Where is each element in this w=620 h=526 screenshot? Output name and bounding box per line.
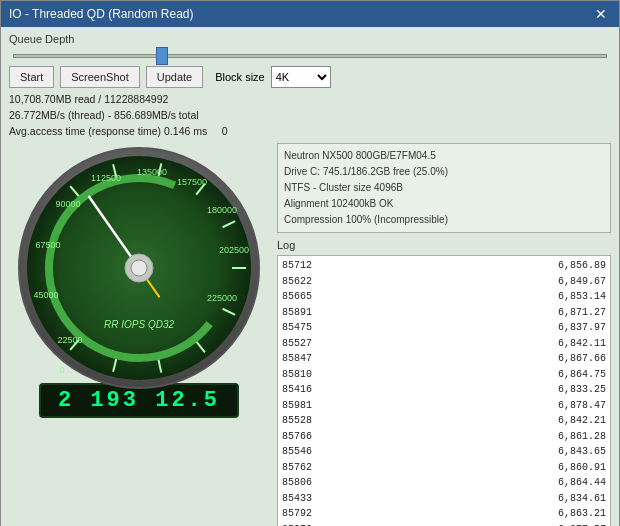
log-row: 857926,863.21	[282, 506, 606, 522]
log-val: 6,860.91	[556, 460, 606, 476]
log-row: 859816,878.47	[282, 398, 606, 414]
log-num: 85762	[282, 460, 322, 476]
gauge-area: 22500 45000 67500 90000 112500 135000 15…	[9, 143, 269, 526]
log-num: 85891	[282, 305, 322, 321]
log-val: 6,849.67	[556, 274, 606, 290]
svg-text:90000: 90000	[55, 199, 80, 209]
log-box[interactable]: 857126,856.89856226,849.67856656,853.148…	[277, 255, 611, 526]
gauge-wrapper: 22500 45000 67500 90000 112500 135000 15…	[14, 143, 264, 393]
log-val: 6,837.97	[556, 320, 606, 336]
content-area: Queue Depth Start ScreenShot Update Bloc…	[1, 27, 619, 526]
block-size-label: Block size	[215, 71, 265, 83]
log-val: 6,877.57	[556, 522, 606, 526]
log-num: 85810	[282, 367, 322, 383]
device-drive: Drive C: 745.1/186.2GB free (25.0%)	[284, 164, 604, 180]
queue-depth-slider[interactable]	[13, 54, 607, 58]
log-num: 85527	[282, 336, 322, 352]
log-row: 854166,833.25	[282, 382, 606, 398]
log-row: 858066,864.44	[282, 475, 606, 491]
log-num: 85806	[282, 475, 322, 491]
log-num: 85416	[282, 382, 322, 398]
stats-line1: 10,708.70MB read / 11228884992	[9, 92, 611, 108]
log-val: 6,878.47	[556, 398, 606, 414]
svg-text:135000: 135000	[137, 167, 167, 177]
log-row: 854756,837.97	[282, 320, 606, 336]
queue-depth-section: Queue Depth	[9, 33, 611, 60]
log-row: 855286,842.21	[282, 413, 606, 429]
log-row: 854336,834.61	[282, 491, 606, 507]
svg-text:225000: 225000	[207, 293, 237, 303]
controls-row: Start ScreenShot Update Block size 4K 51…	[9, 66, 611, 88]
log-row: 858106,864.75	[282, 367, 606, 383]
svg-text:22500: 22500	[57, 335, 82, 345]
log-val: 6,861.28	[556, 429, 606, 445]
log-val: 6,856.89	[556, 258, 606, 274]
right-panel: Neutron NX500 800GB/E7FM04.5 Drive C: 74…	[277, 143, 611, 526]
svg-text:112500: 112500	[91, 173, 121, 183]
log-num: 85622	[282, 274, 322, 290]
log-row: 859706,877.57	[282, 522, 606, 526]
svg-text:0: 0	[59, 365, 64, 375]
log-num: 85970	[282, 522, 322, 526]
svg-point-17	[131, 260, 147, 276]
log-num: 85528	[282, 413, 322, 429]
slider-container	[9, 48, 611, 60]
log-val: 6,864.75	[556, 367, 606, 383]
log-val: 6,834.61	[556, 491, 606, 507]
log-val: 6,867.66	[556, 351, 606, 367]
log-val: 6,863.21	[556, 506, 606, 522]
main-area: 22500 45000 67500 90000 112500 135000 15…	[9, 143, 611, 526]
log-num: 85981	[282, 398, 322, 414]
svg-text:157500: 157500	[177, 177, 207, 187]
log-val: 6,833.25	[556, 382, 606, 398]
log-row: 856656,853.14	[282, 289, 606, 305]
svg-text:45000: 45000	[33, 290, 58, 300]
svg-text:67500: 67500	[35, 240, 60, 250]
log-val: 6,864.44	[556, 475, 606, 491]
log-num: 85766	[282, 429, 322, 445]
log-row: 858476,867.66	[282, 351, 606, 367]
block-size-select[interactable]: 4K 512B 1K 2K 8K 16K 32K 64K 128K	[271, 66, 331, 88]
log-val: 6,871.27	[556, 305, 606, 321]
log-row: 856226,849.67	[282, 274, 606, 290]
log-num: 85712	[282, 258, 322, 274]
stats-line2: 26.772MB/s (thread) - 856.689MB/s total	[9, 108, 611, 124]
device-ntfs: NTFS - Cluster size 4096B	[284, 180, 604, 196]
device-alignment: Alignment 102400kB OK	[284, 196, 604, 212]
log-val: 6,842.11	[556, 336, 606, 352]
log-num: 85546	[282, 444, 322, 460]
queue-depth-label: Queue Depth	[9, 33, 611, 45]
device-name: Neutron NX500 800GB/E7FM04.5	[284, 148, 604, 164]
device-info-box: Neutron NX500 800GB/E7FM04.5 Drive C: 74…	[277, 143, 611, 233]
close-button[interactable]: ✕	[591, 6, 611, 22]
log-val: 6,843.65	[556, 444, 606, 460]
log-row: 855466,843.65	[282, 444, 606, 460]
log-row: 855276,842.11	[282, 336, 606, 352]
svg-text:RR IOPS QD32: RR IOPS QD32	[104, 319, 174, 330]
log-val: 6,842.21	[556, 413, 606, 429]
log-val: 6,853.14	[556, 289, 606, 305]
screenshot-button[interactable]: ScreenShot	[60, 66, 139, 88]
device-compression: Compression 100% (Incompressible)	[284, 212, 604, 228]
update-button[interactable]: Update	[146, 66, 203, 88]
log-num: 85792	[282, 506, 322, 522]
log-row: 857126,856.89	[282, 258, 606, 274]
svg-text:202500: 202500	[219, 245, 249, 255]
main-window: IO - Threaded QD (Random Read) ✕ Queue D…	[0, 0, 620, 526]
svg-text:180000: 180000	[207, 205, 237, 215]
log-row: 857626,860.91	[282, 460, 606, 476]
title-bar: IO - Threaded QD (Random Read) ✕	[1, 1, 619, 27]
stats-line3: Avg.access time (response time) 0.146 ms…	[9, 124, 611, 140]
log-row: 858916,871.27	[282, 305, 606, 321]
start-button[interactable]: Start	[9, 66, 54, 88]
log-num: 85665	[282, 289, 322, 305]
log-label: Log	[277, 239, 611, 251]
window-title: IO - Threaded QD (Random Read)	[9, 7, 194, 21]
log-row: 857666,861.28	[282, 429, 606, 445]
log-num: 85475	[282, 320, 322, 336]
log-num: 85433	[282, 491, 322, 507]
gauge-svg: 22500 45000 67500 90000 112500 135000 15…	[14, 143, 264, 393]
stats-text: 10,708.70MB read / 11228884992 26.772MB/…	[9, 92, 611, 139]
log-num: 85847	[282, 351, 322, 367]
